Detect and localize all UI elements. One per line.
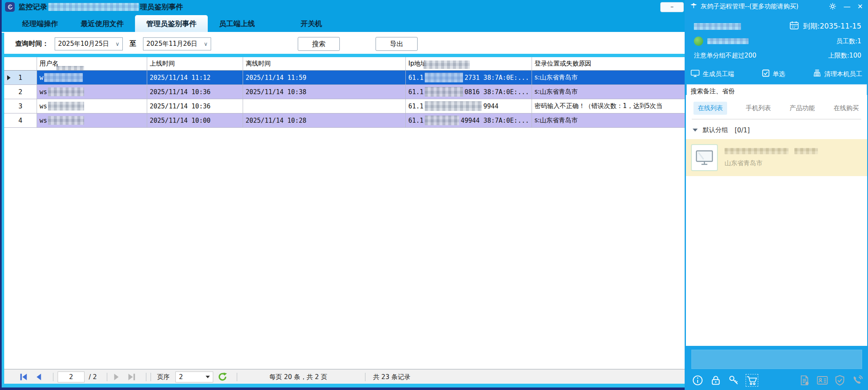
redacted-title-text [48,3,139,11]
ip-suffix: 0816 38:7A:0E:... [464,88,529,96]
table-header-row: 用户名 上线时间 离线时间 Ip地址 登录位置或失败原因 [4,57,685,71]
shield-check-icon[interactable] [834,374,846,387]
previous-page-button[interactable] [34,372,44,382]
tab-employee-online[interactable]: 员工端上线 [208,15,266,32]
footer-right-icons [798,374,864,387]
footer-icon-bar [691,373,864,388]
header-online-time[interactable]: 上线时间 [147,57,243,70]
expiry-date: 到期:2035-11-15 [803,21,861,31]
export-button[interactable]: 导出 [376,37,418,51]
username-prefix: ws [40,103,47,110]
caret-down-icon [206,376,210,378]
main-titlebar: 监控记录 理员鉴别事件 – [2,0,685,13]
panel-title: 灰鸽子远程管理--(更多功能请购买) [701,3,822,11]
avatar [694,37,703,46]
header-username[interactable]: 用户名 [37,57,147,70]
refresh-button[interactable] [217,372,228,382]
phone-icon[interactable] [851,374,864,387]
checkbox-icon [762,69,770,79]
panel-tabs: 在线列表 手机列表 产品功能 在线购买 [686,95,867,115]
login-location: s:山东省青岛市 [532,113,685,127]
lock-icon[interactable] [709,374,722,387]
staff-count: 员工数:1 [836,37,861,45]
page-order-value: 2 [179,373,183,381]
offline-time: 2025/11/14 11:59 [243,71,406,84]
per-page-info: 每页 20 条，共 2 页 [269,373,327,381]
client-location: 山东省青岛市 [725,159,818,167]
header-ip[interactable]: Ip地址 [406,57,532,70]
generate-client-button[interactable]: 生成员工端 [691,69,734,79]
clean-local-staff-button[interactable]: 清理本机员工 [813,69,862,79]
panel-minimize-button[interactable]: — [844,2,851,11]
group-row-default[interactable]: 默认分组 [0/1] [693,126,867,134]
offline-time: 2025/11/14 10:28 [243,113,406,127]
search-button[interactable]: 搜索 [298,37,340,51]
table-row[interactable]: 3 ws 2025/11/14 10:36 61.19944 密码输入不正确！（… [4,99,685,113]
tab-recent-files[interactable]: 最近使用文件 [69,15,135,32]
bird-logo-icon [690,2,698,11]
desktop: 监控记录 理员鉴别事件 – 经理端操作 最近使用文件 管理员鉴别事件 员工端上线… [0,0,868,390]
tab-online-list[interactable]: 在线列表 [693,102,727,115]
last-page-button[interactable] [127,372,137,382]
panel-footer [685,346,868,390]
header-offline-time[interactable]: 离线时间 [243,57,406,70]
header-location[interactable]: 登录位置或失败原因 [532,57,685,70]
tab-online-purchase[interactable]: 在线购买 [834,102,859,115]
key-icon[interactable] [728,374,740,387]
redacted-ip [425,101,482,111]
chevron-down-icon: ∨ [115,41,119,47]
events-table: 用户名 上线时间 离线时间 Ip地址 登录位置或失败原因 1 w 2025/11… [4,57,685,128]
panel-close-button[interactable]: ✕ [857,3,863,11]
table-row[interactable]: 1 w 2025/11/14 11:12 2025/11/14 11:59 61… [4,71,685,85]
date-to-select[interactable]: 2025年11月26日 ∨ [143,37,211,50]
current-page-input[interactable]: 2 [58,372,85,382]
settings-gear-icon[interactable] [828,2,837,11]
blue-divider [4,54,685,57]
tab-power-switch[interactable]: 开关机 [289,15,333,32]
cart-icon[interactable] [746,374,758,387]
panel-list-area: 在线列表 手机列表 产品功能 在线购买 默认分组 [0/1] [686,95,867,346]
ip-prefix: 61.1 [408,117,423,124]
tab-phone-list[interactable]: 手机列表 [746,102,771,115]
minimize-button[interactable]: – [660,2,684,12]
divider [692,119,861,119]
client-monitor-icon [691,144,718,171]
app-logo-icon [5,2,15,12]
row-marker-icon [7,75,11,80]
info-icon[interactable] [691,374,704,387]
row-number: 3 [19,103,23,110]
tab-product-features[interactable]: 产品功能 [790,102,815,115]
ip-suffix: 2731 38:7A:0E:... [464,74,529,82]
tab-admin-auth-events[interactable]: 管理员鉴别事件 [135,15,208,32]
page-order-select[interactable]: 2 [175,372,213,382]
id-card-icon[interactable] [816,374,828,387]
login-location: s:山东省青岛市 [532,71,685,84]
client-list-item[interactable]: 山东省青岛市 [686,139,867,176]
query-time-label: 查询时间： [15,40,49,48]
redacted-client-name [725,148,789,154]
table-row[interactable]: 2 ws 2025/11/14 10:36 2025/11/14 10:38 6… [4,85,685,99]
tab-manager-operations[interactable]: 经理端操作 [11,15,69,32]
redacted-account-id [694,23,741,30]
window-title-prefix: 监控记录 [19,2,47,12]
redacted-username [44,73,83,82]
single-select-button[interactable]: 单选 [762,69,785,79]
redacted-patch [423,61,470,69]
window-title-suffix: 理员鉴别事件 [140,2,183,12]
pagination-bar: 2 / 2 页序 2 每页 20 条，共 2 页 共 23 条记录 [4,369,685,385]
to-label: 至 [130,40,136,48]
account-row-expiry: 到期:2035-11-15 [685,21,868,32]
date-from-select[interactable]: 2025年10月25日 ∨ [55,37,123,50]
header-row-marker [4,57,37,70]
divider [107,373,107,381]
total-records: 共 23 条记录 [373,373,410,381]
table-row[interactable]: 4 ws 2025/11/14 10:00 2025/11/14 10:28 6… [4,113,685,128]
broom-icon [813,69,821,79]
report-document-icon[interactable] [798,374,811,387]
first-page-button[interactable] [19,372,29,382]
next-page-button[interactable] [111,372,122,382]
redacted-username [48,102,84,111]
account-row-user: 员工数:1 [685,37,868,46]
monitor-icon [691,69,700,79]
remote-management-panel: 灰鸽子远程管理--(更多功能请购买) — ✕ 到期:2035-11-1 [685,0,868,390]
